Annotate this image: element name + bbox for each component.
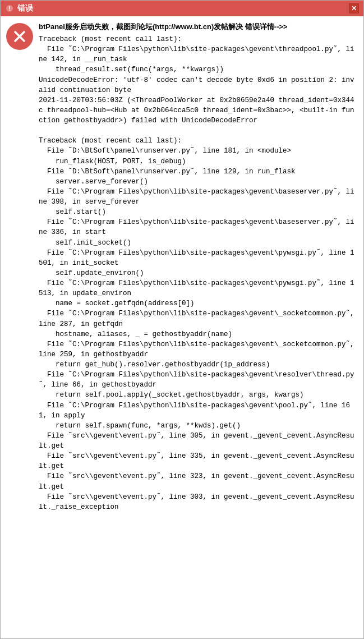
error-header: btPanel服务启动失败，截图到论坛(http://www.bt.cn)发帖解… [39,22,358,32]
error-window: ! 错误 ✕ btPanel服务启动失败，截图到论坛(http://www.bt… [0,0,364,639]
title-bar: ! 错误 ✕ [1,1,363,16]
content-area: btPanel服务启动失败，截图到论坛(http://www.bt.cn)发帖解… [1,16,363,638]
title-text: 错误 [17,3,33,13]
error-icon [6,23,33,50]
error-traceback: Traceback (most recent call last): File … [39,34,358,512]
error-title-icon: ! [5,4,14,13]
close-button[interactable]: ✕ [349,3,359,13]
error-message-container: btPanel服务启动失败，截图到论坛(http://www.bt.cn)发帖解… [39,22,358,512]
svg-text:!: ! [8,5,11,12]
title-bar-left: ! 错误 [5,3,33,13]
